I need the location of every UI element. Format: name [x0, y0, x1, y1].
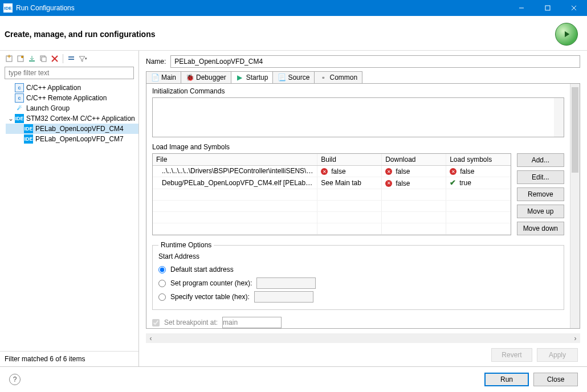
delete-icon[interactable] [50, 54, 59, 63]
tree-item[interactable]: cC/C++ Remote Application [6, 93, 138, 103]
col-symbols[interactable]: Load symbols [446, 154, 511, 165]
source-icon: 📃 [278, 74, 286, 81]
runtime-options-group: Runtime Options Start Address Default st… [152, 241, 564, 310]
tree-item[interactable]: ⌄IDESTM32 Cortex-M C/C++ Application [6, 113, 138, 124]
close-button[interactable]: Close [533, 373, 578, 386]
tree-item[interactable]: cC/C++ Application [6, 83, 138, 93]
load-table[interactable]: File Build Download Load symbols ..\..\.… [152, 153, 511, 235]
runtime-options-label: Runtime Options [158, 241, 214, 249]
table-row[interactable]: ..\..\..\..\..\Drivers\BSP\PEController\… [153, 165, 511, 177]
window-title: Run Configurations [16, 4, 508, 12]
scrollbar[interactable] [554, 98, 564, 137]
duplicate-icon[interactable] [39, 54, 48, 63]
vector-table-radio[interactable] [158, 293, 166, 301]
breakpoint-label: Set breakpoint at: [164, 318, 218, 326]
col-download[interactable]: Download [382, 154, 446, 165]
left-toolbar: ▾ [0, 51, 138, 66]
help-icon[interactable]: ? [9, 374, 21, 385]
col-build[interactable]: Build [317, 154, 382, 165]
dialog-header: Create, manage, and run configurations [0, 16, 587, 51]
tab-content: Initialization Commands Load Image and S… [146, 84, 570, 328]
svg-rect-1 [545, 6, 550, 10]
minimize-button[interactable] [508, 0, 535, 16]
filter-input[interactable] [5, 67, 134, 79]
right-panel: Name: 📄Main 🐞Debugger ▶Startup 📃Source ▫… [139, 51, 587, 366]
name-label: Name: [146, 58, 166, 66]
tab-debugger[interactable]: 🐞Debugger [181, 71, 231, 83]
name-input[interactable] [170, 55, 580, 68]
false-icon: ✕ [321, 168, 328, 175]
app-icon: IDE [3, 3, 13, 13]
apply-button[interactable]: Apply [537, 348, 578, 362]
revert-button[interactable]: Revert [491, 348, 532, 362]
tab-startup[interactable]: ▶Startup [231, 71, 274, 83]
collapse-all-icon[interactable] [67, 54, 76, 63]
dialog-footer: ? Run Close [0, 366, 587, 392]
program-counter-radio[interactable] [158, 280, 166, 287]
left-panel: ▾ cC/C++ Application cC/C++ Remote Appli… [0, 51, 139, 366]
default-start-radio[interactable] [158, 266, 166, 273]
program-counter-input[interactable] [256, 277, 316, 289]
breakpoint-input[interactable] [222, 317, 282, 328]
common-icon: ▫ [319, 74, 327, 81]
horizontal-scrollbar[interactable]: ‹ › [146, 333, 580, 343]
table-row[interactable]: Debug/PELab_OpenLoopVFD_CM4.elf [PELab_O… [153, 177, 511, 189]
moveup-button[interactable]: Move up [517, 205, 564, 218]
chevron-down-icon[interactable]: ⌄ [8, 115, 15, 122]
document-icon: 📄 [151, 74, 159, 81]
scroll-right-icon[interactable]: › [570, 333, 580, 343]
remove-button[interactable]: Remove [517, 187, 564, 201]
tab-source[interactable]: 📃Source [272, 71, 315, 83]
false-icon: ✕ [385, 168, 392, 175]
export-icon[interactable] [27, 54, 36, 63]
svg-rect-11 [42, 57, 46, 62]
load-image-label: Load Image and Symbols [152, 143, 564, 151]
init-commands-label: Initialization Commands [152, 87, 564, 95]
bug-icon: 🐞 [186, 74, 194, 81]
run-big-icon [555, 23, 578, 46]
svg-point-8 [21, 56, 23, 58]
play-icon: ▶ [236, 74, 244, 81]
new-config-icon[interactable] [5, 54, 14, 63]
filter-box [5, 67, 134, 79]
title-bar: IDE Run Configurations [0, 0, 587, 16]
tree-item[interactable]: IDEPELab_OpenLoopVFD_CM4 [6, 124, 138, 134]
false-icon: ✕ [385, 180, 392, 187]
tree-item[interactable]: ☄Launch Group [6, 103, 138, 113]
tab-main[interactable]: 📄Main [146, 71, 181, 83]
filter-status: Filter matched 6 of 6 items [0, 351, 138, 366]
new-prototype-icon[interactable] [16, 54, 25, 63]
check-icon: ✔ [450, 178, 456, 187]
tab-common[interactable]: ▫Common [314, 71, 362, 83]
launch-group-icon: ☄ [15, 104, 24, 113]
dialog-title: Create, manage, and run configurations [5, 30, 555, 39]
vector-table-input[interactable] [254, 291, 313, 303]
false-icon: ✕ [450, 168, 456, 175]
tab-bar: 📄Main 🐞Debugger ▶Startup 📃Source ▫Common [139, 71, 587, 83]
vertical-scrollbar[interactable] [570, 84, 580, 328]
svg-rect-14 [68, 56, 74, 58]
maximize-button[interactable] [535, 0, 561, 16]
filter-icon[interactable]: ▾ [78, 54, 87, 63]
svg-rect-9 [29, 60, 35, 62]
edit-button[interactable]: Edit... [517, 170, 564, 184]
movedown-button[interactable]: Move down [517, 222, 564, 235]
start-address-label: Start Address [158, 252, 558, 260]
breakpoint-checkbox [152, 319, 160, 326]
close-window-button[interactable] [561, 0, 587, 16]
add-button[interactable]: Add... [517, 153, 564, 167]
run-button[interactable]: Run [484, 373, 529, 386]
scroll-left-icon[interactable]: ‹ [146, 333, 156, 343]
col-file[interactable]: File [153, 154, 317, 165]
tree-item[interactable]: IDEPELab_OpenLoopVFD_CM7 [6, 134, 138, 144]
svg-rect-15 [68, 59, 74, 60]
config-tree[interactable]: cC/C++ Application cC/C++ Remote Applica… [0, 81, 138, 351]
init-commands-input[interactable] [152, 97, 564, 137]
